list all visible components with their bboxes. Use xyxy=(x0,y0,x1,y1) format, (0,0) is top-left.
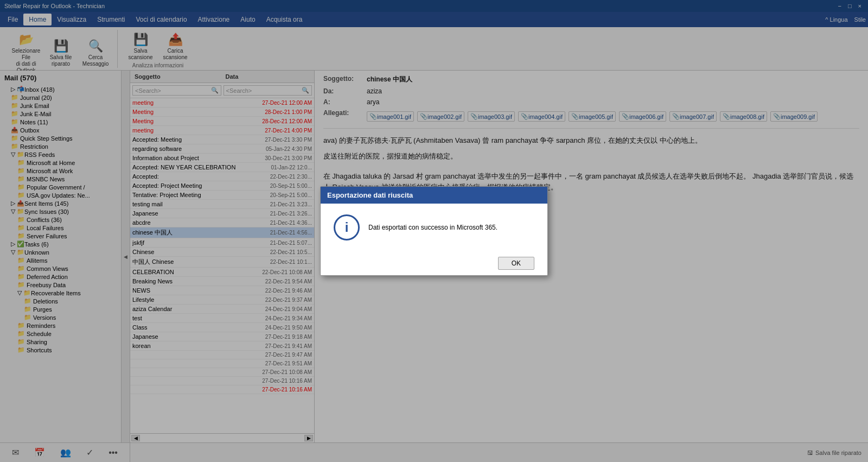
modal-ok-button[interactable]: OK xyxy=(498,257,534,270)
modal-info-icon: i xyxy=(334,214,360,241)
modal-header: Esportazione dati riuscita xyxy=(321,187,547,204)
modal-body: i Dati esportati con successo in Microso… xyxy=(321,204,547,251)
modal-message: Dati esportati con successo in Microsoft… xyxy=(368,224,497,231)
modal-overlay: Esportazione dati riuscita i Dati esport… xyxy=(0,0,868,462)
modal-title: Esportazione dati riuscita xyxy=(327,191,413,199)
modal-footer: OK xyxy=(321,251,547,275)
export-success-modal: Esportazione dati riuscita i Dati esport… xyxy=(320,186,548,276)
